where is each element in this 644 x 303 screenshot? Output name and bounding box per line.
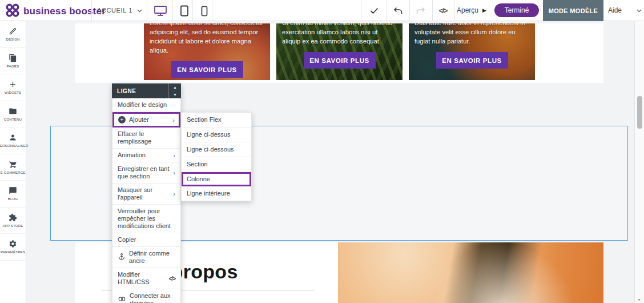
- menu-item-copier[interactable]: Copier: [112, 233, 180, 247]
- sidebar-label: DESIGN: [6, 37, 19, 41]
- learn-more-button[interactable]: EN SAVOIR PLUS: [171, 61, 243, 78]
- nav-up-button[interactable]: ▲: [169, 83, 181, 91]
- content-card-1[interactable]: Lorem ipsum dolor sit amet, consectetur …: [144, 23, 270, 80]
- sidebar-label: APP STORE: [2, 224, 23, 228]
- menu-item-definir-ancre[interactable]: Définir comme ancre: [112, 247, 180, 268]
- menu-item-label: Modifier le design: [118, 101, 175, 109]
- folder-icon: [9, 107, 17, 115]
- sidebar-item-appstore[interactable]: APP STORE: [0, 208, 26, 234]
- plus-icon: [9, 80, 17, 89]
- submenu-item-colonne[interactable]: Colonne: [182, 172, 251, 186]
- template-mode-button[interactable]: MODE MODÈLE: [543, 0, 603, 21]
- menu-item-enregistrer-section[interactable]: Enregistrer en tant que section ›: [112, 162, 180, 184]
- card-text: adipiscing elit, sed do eiusmod tempor i…: [150, 27, 264, 55]
- row-context-menu: LIGNE ▲ ▼ Modifier le design + Ajouter ›…: [112, 83, 181, 303]
- play-icon: ▶: [482, 7, 486, 13]
- submenu-arrow-icon: ›: [173, 153, 175, 158]
- tablet-view-button[interactable]: [176, 4, 193, 18]
- sidebar-item-parametres[interactable]: PARAMÈTRES: [0, 234, 26, 261]
- scrollbar-down-arrow[interactable]: ▼: [637, 298, 641, 302]
- preview-label: Aperçu: [457, 6, 478, 14]
- html-css-button[interactable]: </>: [437, 5, 449, 17]
- menu-item-label: Ajouter: [129, 116, 169, 123]
- menu-item-verrouiller[interactable]: Verrouiller pour empêcher les modificati…: [112, 205, 180, 233]
- menu-item-effacer-remplissage[interactable]: Effacer le remplissage: [112, 127, 180, 149]
- content-card-2[interactable]: Ut enim ad minim veniam, quis nostrud ex…: [276, 23, 402, 80]
- submenu-arrow-icon: ›: [173, 191, 175, 197]
- submenu-item-ligne-ci-dessous[interactable]: Ligne ci-dessous: [182, 142, 251, 157]
- redo-button[interactable]: [415, 5, 426, 17]
- sidebar-label: E-COMMERCE: [1, 170, 26, 174]
- menu-item-masquer-appareil[interactable]: Masquer sur l'appareil ›: [112, 184, 180, 205]
- element-navigator: ▲ ▼: [168, 83, 181, 98]
- mobile-view-button[interactable]: [196, 4, 213, 18]
- sidebar-label: WIDGETS: [5, 90, 22, 94]
- context-menu-title: LIGNE: [112, 83, 168, 98]
- cart-icon: [9, 160, 17, 169]
- sidebar-item-pages[interactable]: PAGES: [0, 48, 26, 75]
- submenu-arrow-icon: ›: [173, 170, 175, 176]
- toolbar-divider: [91, 0, 92, 21]
- menu-item-label: Copier: [118, 236, 175, 244]
- menu-item-modifier-html-css[interactable]: Modifier HTML/CSS </>: [112, 268, 180, 289]
- vertical-scrollbar[interactable]: ▼: [634, 21, 644, 303]
- toolbar-divider: [192, 0, 193, 21]
- submenu-item-ligne-interieure[interactable]: Ligne intérieure: [182, 186, 251, 201]
- learn-more-button[interactable]: EN SAVOIR PLUS: [304, 52, 376, 69]
- save-check-button[interactable]: [368, 5, 380, 17]
- sidebar-label: BLOG: [8, 197, 18, 201]
- sidebar-item-design[interactable]: DESIGN: [0, 21, 26, 48]
- top-toolbar: business booster ACCUEIL 1: [0, 0, 644, 21]
- toolbar-divider: [212, 0, 212, 21]
- gear-icon: [9, 240, 17, 248]
- sidebar-item-widgets[interactable]: WIDGETS: [0, 74, 26, 101]
- desktop-view-button[interactable]: [152, 4, 169, 18]
- help-dropdown[interactable]: Aide: [608, 0, 642, 21]
- app-logo[interactable]: business booster: [5, 3, 106, 20]
- submenu-arrow-icon: ›: [172, 117, 175, 123]
- puzzle-icon: [9, 213, 17, 222]
- submenu-item-section-flex[interactable]: Section Flex: [182, 113, 251, 127]
- toolbar-divider: [409, 0, 410, 21]
- card-clipped-text: Lorem ipsum dolor sit amet, consectetur: [150, 23, 264, 27]
- context-menu-header: LIGNE ▲ ▼: [112, 83, 181, 98]
- toolbar-divider: [387, 0, 387, 21]
- menu-item-connecter-donnees[interactable]: Connecter aux données: [112, 289, 180, 303]
- undo-button[interactable]: [392, 5, 404, 17]
- about-image[interactable]: [338, 242, 603, 303]
- sidebar-item-blog[interactable]: BLOG: [0, 181, 26, 208]
- chevron-down-icon: [637, 6, 642, 14]
- clover-logo-icon: [5, 3, 20, 20]
- card-clipped-text: Duis aute irure dolor in reprehenderit i…: [414, 23, 529, 27]
- menu-item-label: Effacer le remplissage: [118, 130, 175, 145]
- submenu-item-section[interactable]: Section: [182, 157, 251, 172]
- done-button[interactable]: Terminé: [494, 3, 539, 17]
- page-selector-label: ACCUEIL 1: [97, 7, 132, 14]
- preview-button[interactable]: Aperçu ▶: [457, 0, 486, 21]
- menu-item-ajouter[interactable]: + Ajouter ›: [112, 112, 180, 127]
- chevron-down-icon: [137, 7, 142, 14]
- toolbar-divider: [432, 0, 433, 21]
- menu-item-label: Animation: [118, 152, 170, 159]
- menu-item-modifier-design[interactable]: Modifier le design: [112, 98, 180, 112]
- card-text: exercitation ullamco laboris nisi ut ali…: [282, 27, 397, 46]
- sidebar-item-personnaliser[interactable]: PERSONNALISER: [0, 127, 26, 154]
- page-selector-dropdown[interactable]: ACCUEIL 1: [97, 0, 142, 21]
- scrollbar-thumb[interactable]: [637, 96, 642, 129]
- submenu-item-ligne-ci-dessus[interactable]: Ligne ci-dessus: [182, 127, 251, 142]
- sidebar-label: PAGES: [7, 64, 19, 68]
- app-window: Lorem ipsum dolor sit amet, consectetur …: [0, 0, 644, 303]
- learn-more-button[interactable]: EN SAVOIR PLUS: [436, 52, 508, 69]
- menu-item-label: Masquer sur l'appareil: [118, 186, 170, 201]
- content-card-3[interactable]: Duis aute irure dolor in reprehenderit i…: [409, 23, 535, 80]
- code-icon: </>: [439, 7, 447, 15]
- nav-down-button[interactable]: ▼: [169, 91, 181, 98]
- menu-item-animation[interactable]: Animation ›: [112, 149, 180, 162]
- sidebar-item-ecommerce[interactable]: E-COMMERCE: [0, 154, 26, 181]
- menu-item-label: Définir comme ancre: [129, 250, 175, 265]
- logo-text: business booster: [23, 6, 106, 17]
- chat-icon: [9, 186, 17, 195]
- sidebar-item-contenu[interactable]: CONTENU: [0, 101, 26, 128]
- plus-circle-icon: +: [118, 116, 126, 123]
- toolbar-divider: [454, 0, 455, 21]
